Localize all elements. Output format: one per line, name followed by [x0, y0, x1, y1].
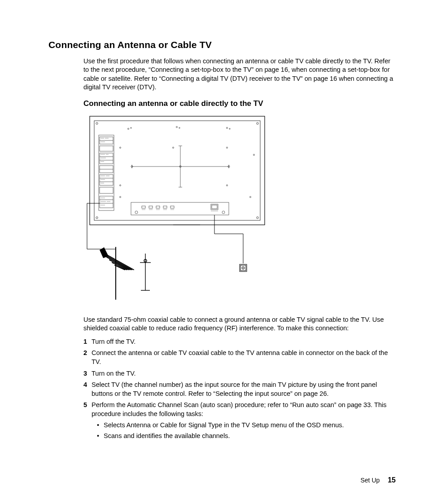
step-1: 1Turn off the TV. — [83, 337, 396, 346]
step-4: 4Select TV (the channel number) as the i… — [83, 381, 396, 398]
svg-point-3 — [257, 123, 258, 124]
svg-point-15 — [253, 154, 255, 155]
svg-point-7 — [131, 127, 131, 128]
svg-point-13 — [173, 147, 174, 148]
step-3: 3Turn on the TV. — [83, 369, 396, 378]
steps-list: 1Turn off the TV. 2Connect the antenna o… — [83, 337, 396, 443]
svg-rect-1 — [94, 121, 260, 220]
svg-rect-66 — [163, 206, 167, 208]
svg-point-2 — [96, 123, 98, 124]
svg-point-26 — [227, 184, 228, 186]
step-number: 5 — [83, 401, 92, 442]
step-text: Perform the Automatic Channel Scan (auto… — [92, 401, 396, 442]
subheading: Connecting an antenna or cable directly … — [83, 99, 396, 108]
svg-rect-32 — [100, 146, 113, 151]
page-number: 15 — [388, 476, 396, 484]
svg-point-9 — [179, 127, 180, 128]
svg-point-14 — [227, 147, 228, 148]
svg-point-6 — [128, 128, 129, 129]
step-2: 2Connect the antenna or cable TV coaxial… — [83, 349, 396, 366]
svg-point-10 — [227, 127, 228, 128]
svg-line-80 — [107, 257, 130, 270]
step-number: 3 — [83, 369, 92, 378]
svg-point-92 — [243, 267, 244, 268]
svg-rect-33 — [100, 153, 113, 164]
step-5-bullets: Selects Antenna or Cable for Signal Type… — [92, 421, 396, 440]
svg-point-5 — [257, 217, 258, 219]
svg-point-8 — [176, 126, 178, 127]
svg-rect-69 — [212, 205, 217, 209]
svg-point-61 — [135, 211, 138, 214]
svg-rect-63 — [142, 206, 145, 208]
page-footer: Set Up 15 — [361, 476, 396, 484]
bullet-1: Selects Antenna or Cable for Signal Type… — [92, 421, 396, 430]
step-text: Select TV (the channel number) as the in… — [92, 381, 396, 398]
step-5: 5 Perform the Automatic Channel Scan (au… — [83, 401, 396, 442]
svg-point-4 — [96, 217, 98, 219]
step-number: 4 — [83, 381, 92, 398]
step-number: 1 — [83, 337, 92, 346]
svg-line-79 — [104, 254, 132, 270]
svg-point-62 — [222, 211, 225, 214]
footer-section-label: Set Up — [361, 477, 380, 484]
step-5-text: Perform the Automatic Channel Scan (auto… — [92, 401, 386, 417]
body-paragraph: Use standard 75-ohm coaxial cable to con… — [83, 316, 396, 333]
bullet-text: Selects Antenna or Cable for Signal Type… — [104, 421, 344, 430]
svg-point-11 — [229, 128, 230, 129]
page-heading: Connecting an Antenna or Cable TV — [48, 39, 396, 50]
svg-point-25 — [120, 184, 121, 186]
svg-point-28 — [250, 196, 251, 197]
svg-rect-64 — [149, 206, 153, 208]
svg-rect-0 — [90, 116, 265, 225]
svg-rect-67 — [170, 206, 174, 208]
svg-rect-41 — [100, 187, 113, 193]
tv-back-diagram — [83, 114, 396, 305]
bullet-2: Scans and identifies the available chann… — [92, 432, 396, 441]
intro-paragraph: Use the first procedure that follows whe… — [83, 57, 396, 92]
bullet-text: Scans and identifies the available chann… — [104, 432, 230, 441]
step-number: 2 — [83, 349, 92, 366]
svg-rect-38 — [100, 175, 113, 185]
svg-point-27 — [120, 196, 121, 197]
step-text: Connect the antenna or cable TV coaxial … — [92, 349, 396, 366]
svg-rect-65 — [156, 206, 160, 208]
step-text: Turn on the TV. — [92, 369, 396, 378]
step-text: Turn off the TV. — [92, 337, 396, 346]
svg-point-12 — [120, 147, 121, 148]
